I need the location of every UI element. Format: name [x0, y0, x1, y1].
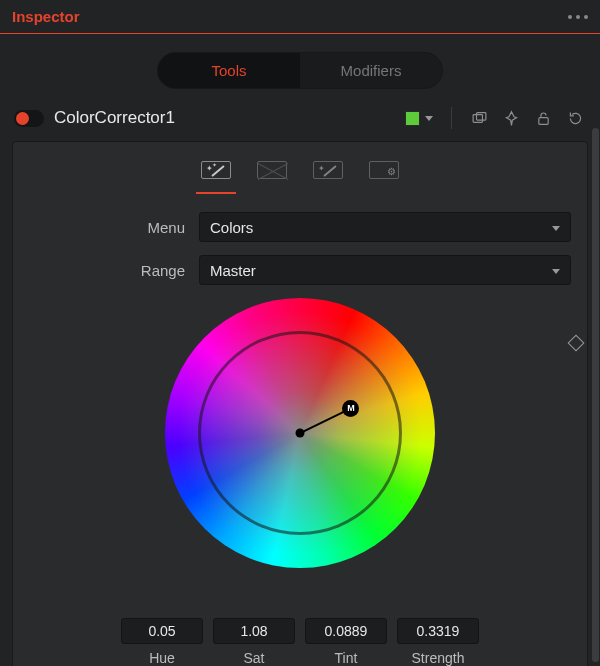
sat-input[interactable]: 1.08	[213, 618, 295, 644]
chevron-down-icon	[552, 226, 560, 231]
chevron-down-icon	[552, 269, 560, 274]
inspector-title: Inspector	[12, 8, 80, 25]
svg-rect-1	[476, 112, 485, 120]
tab-modifiers[interactable]: Modifiers	[300, 53, 442, 88]
magic-wand-2-icon: ✦	[313, 161, 343, 179]
menu-select[interactable]: Colors	[199, 212, 571, 242]
menu-select-value: Colors	[210, 219, 253, 236]
svg-rect-0	[473, 114, 482, 122]
dot-icon	[584, 15, 588, 19]
mode-underline	[29, 192, 571, 194]
scrollbar-thumb[interactable]	[592, 128, 599, 662]
mask-x-icon	[257, 161, 287, 179]
magic-wand-icon: ✦✦	[201, 161, 231, 179]
value-cell-hue: 0.05 Hue	[121, 618, 203, 666]
dot-icon	[576, 15, 580, 19]
strength-label: Strength	[397, 650, 479, 666]
node-name[interactable]: ColorCorrector1	[54, 108, 175, 128]
mask-gear-icon: ⚙	[369, 161, 399, 179]
pin-icon	[503, 110, 520, 127]
tool-panel: ✦✦ ✦ ⚙ Menu	[12, 141, 588, 666]
range-select-value: Master	[210, 262, 256, 279]
values-row: 0.05 Hue 1.08 Sat 0.0889 Tint 0.3319 Str…	[13, 618, 587, 666]
vertical-scrollbar[interactable]	[592, 128, 599, 662]
reset-icon	[567, 110, 584, 127]
value-cell-tint: 0.0889 Tint	[305, 618, 387, 666]
tab-tools[interactable]: Tools	[158, 53, 300, 88]
tint-label: Tint	[305, 650, 387, 666]
menu-label: Menu	[29, 219, 199, 236]
panel-options-button[interactable]	[568, 15, 588, 19]
value-cell-sat: 1.08 Sat	[213, 618, 295, 666]
sat-label: Sat	[213, 650, 295, 666]
hue-input[interactable]: 0.05	[121, 618, 203, 644]
tile-color-chip	[405, 111, 420, 126]
mode-tab-correction[interactable]: ✦✦	[195, 156, 237, 184]
versions-icon	[471, 110, 488, 127]
inspector-content: Tools Modifiers ColorCorrector1	[0, 34, 600, 666]
reset-button[interactable]	[564, 107, 586, 129]
inspector-tabs: Tools Modifiers	[0, 34, 600, 103]
range-label: Range	[29, 262, 199, 279]
form: Menu Colors Range Master	[29, 212, 571, 285]
color-wheel[interactable]: M	[165, 298, 435, 568]
color-wheel-marker[interactable]: M	[342, 400, 359, 417]
pin-button[interactable]	[500, 107, 522, 129]
node-header: ColorCorrector1	[0, 103, 600, 137]
lock-button[interactable]	[532, 107, 554, 129]
range-select[interactable]: Master	[199, 255, 571, 285]
hue-label: Hue	[121, 650, 203, 666]
divider	[451, 107, 452, 129]
mode-tab-histogram[interactable]	[251, 156, 293, 184]
versions-button[interactable]	[468, 107, 490, 129]
strength-input[interactable]: 0.3319	[397, 618, 479, 644]
dot-icon	[568, 15, 572, 19]
node-enable-toggle[interactable]	[14, 110, 44, 127]
tile-color-picker[interactable]	[403, 109, 435, 128]
value-cell-strength: 0.3319 Strength	[397, 618, 479, 666]
titlebar: Inspector	[0, 0, 600, 34]
svg-rect-2	[538, 117, 547, 124]
unlock-icon	[535, 110, 552, 127]
color-wheel-container: M	[29, 298, 571, 568]
color-wheel-center	[296, 429, 305, 438]
mode-tabs: ✦✦ ✦ ⚙	[29, 152, 571, 192]
chevron-down-icon	[425, 116, 433, 121]
mode-tab-suppress[interactable]: ✦	[307, 156, 349, 184]
marker-label: M	[347, 403, 355, 413]
mode-tab-options[interactable]: ⚙	[363, 156, 405, 184]
tint-input[interactable]: 0.0889	[305, 618, 387, 644]
toggle-knob	[16, 112, 29, 125]
